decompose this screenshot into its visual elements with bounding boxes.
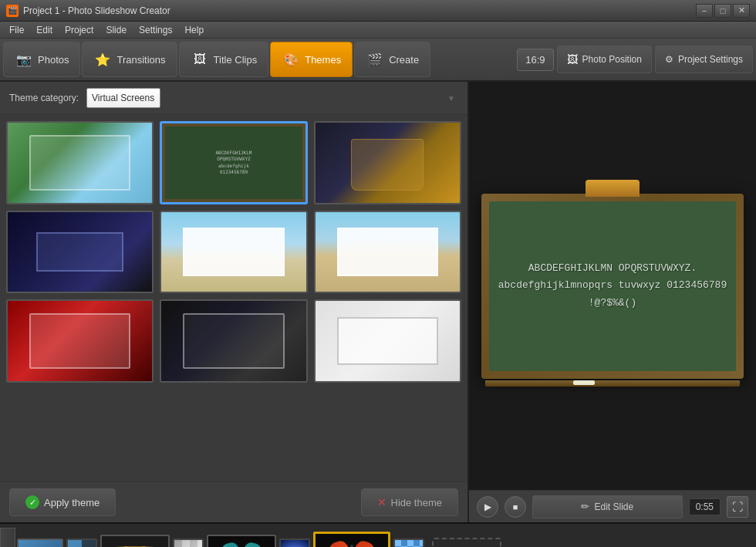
toolbar: 📷 Photos ⭐ Transitions 🖼 Title Clips 🎨 T…: [0, 39, 756, 82]
window-title: Project 1 - Photo Slideshow Creator: [23, 5, 170, 16]
restore-button[interactable]: □: [714, 4, 731, 18]
tab-themes-label: Themes: [305, 54, 341, 66]
photos-icon: 📷: [15, 50, 33, 69]
edit-slide-button[interactable]: ✏ Edit Slide: [532, 495, 683, 518]
theme-item-9[interactable]: [314, 299, 461, 383]
gear-icon: ⚙: [665, 54, 673, 65]
add-photo-button[interactable]: 🖼 Add Photo: [432, 538, 501, 548]
menu-slide[interactable]: Slide: [100, 23, 133, 37]
timeline-nav-left[interactable]: ◀: [0, 528, 15, 547]
tab-create-label: Create: [389, 54, 419, 66]
tab-create[interactable]: 🎬 Create: [354, 42, 430, 77]
fullscreen-button[interactable]: ⛶: [727, 496, 748, 518]
category-select-wrapper: Virtual Screens Nature Business ▼: [86, 88, 458, 108]
theme-item-3[interactable]: [314, 121, 461, 204]
photo-position-button[interactable]: 🖼 Photo Position: [557, 46, 652, 73]
tab-titleclips-label: Title Clips: [214, 54, 258, 66]
right-panel: ABCDEFGHIJKLMN OPQRSTUVWXYZ. abcdefghijk…: [469, 82, 756, 522]
left-panel: Theme category: Virtual Screens Nature B…: [0, 82, 469, 522]
main-content: Theme category: Virtual Screens Nature B…: [0, 82, 756, 522]
apply-theme-button[interactable]: ✓ Apply theme: [9, 488, 116, 516]
theme-item-1[interactable]: [6, 121, 154, 204]
category-row: Theme category: Virtual Screens Nature B…: [0, 82, 467, 115]
edit-slide-label: Edit Slide: [594, 501, 633, 512]
tab-titleclips[interactable]: 🖼 Title Clips: [179, 42, 269, 77]
close-button[interactable]: ✕: [733, 4, 750, 18]
preview-area: ABCDEFGHIJKLMN OPQRSTUVWXYZ. abcdefghijk…: [469, 82, 756, 490]
theme-item-8[interactable]: [160, 299, 307, 383]
theme-item-6[interactable]: [314, 211, 461, 294]
window-controls[interactable]: − □ ✕: [696, 4, 750, 18]
menu-bar: File Edit Project Slide Settings Help: [0, 22, 756, 39]
x-icon: ✕: [377, 496, 386, 508]
category-select[interactable]: Virtual Screens Nature Business: [86, 88, 160, 108]
apply-theme-label: Apply theme: [44, 497, 100, 508]
theme-item-7[interactable]: [6, 299, 154, 383]
tab-themes[interactable]: 🎨 Themes: [270, 42, 353, 77]
title-bar-left: 🎬 Project 1 - Photo Slideshow Creator: [6, 5, 170, 17]
tab-transitions[interactable]: ⭐ Transitions: [82, 42, 177, 77]
right-toolbar: 16:9 🖼 Photo Position ⚙ Project Settings: [517, 46, 753, 73]
themes-grid: ABCDEFGHIJKLMOPQRSTUVWXYZabcdefghijk0123…: [6, 121, 461, 383]
photo-position-label: Photo Position: [582, 54, 642, 65]
aspect-ratio-badge: 16:9: [517, 49, 553, 71]
chalk-text-display: ABCDEFGHIJKLMN OPQRSTUVWXYZ. abcdefghijk…: [489, 260, 736, 311]
chevron-down-icon: ▼: [447, 94, 455, 103]
transitions-icon: ⭐: [93, 50, 112, 69]
themes-grid-container[interactable]: ABCDEFGHIJKLMOPQRSTUVWXYZabcdefghijk0123…: [0, 115, 467, 481]
hide-theme-button[interactable]: ✕ Hide theme: [361, 488, 458, 516]
theme-item-2[interactable]: ABCDEFGHIJKLMOPQRSTUVWXYZabcdefghijk0123…: [160, 121, 307, 204]
hide-theme-label: Hide theme: [391, 497, 442, 508]
create-icon: 🎬: [366, 50, 384, 69]
tab-photos-label: Photos: [38, 54, 69, 66]
checkmark-icon: ✓: [25, 495, 39, 509]
minimize-button[interactable]: −: [696, 4, 713, 18]
theme-item-5[interactable]: [160, 211, 307, 294]
app-icon: 🎬: [6, 5, 19, 17]
time-code: 0:55: [689, 498, 721, 515]
menu-edit[interactable]: Edit: [30, 23, 59, 37]
timeline-scroll[interactable]: ◀ 3.0 2.0: [0, 524, 756, 547]
theme-item-4[interactable]: [6, 211, 154, 294]
project-settings-button[interactable]: ⚙ Project Settings: [655, 46, 753, 73]
timeline-area: ◀ 3.0 2.0: [0, 522, 756, 547]
menu-help[interactable]: Help: [178, 23, 210, 37]
menu-file[interactable]: File: [3, 23, 30, 37]
category-label: Theme category:: [9, 93, 79, 103]
photo-position-icon: 🖼: [567, 53, 578, 66]
play-button[interactable]: ▶: [477, 496, 498, 518]
project-settings-label: Project Settings: [678, 54, 743, 65]
playback-row: ▶ ■ ✏ Edit Slide 0:55 ⛶: [469, 490, 756, 522]
stop-button[interactable]: ■: [505, 496, 526, 518]
pencil-icon: ✏: [581, 501, 589, 512]
tab-transitions-label: Transitions: [116, 54, 165, 66]
menu-project[interactable]: Project: [59, 23, 100, 37]
action-row: ✓ Apply theme ✕ Hide theme: [0, 481, 467, 522]
themes-icon: 🎨: [282, 50, 300, 69]
title-bar: 🎬 Project 1 - Photo Slideshow Creator − …: [0, 0, 756, 22]
menu-settings[interactable]: Settings: [133, 23, 178, 37]
titleclips-icon: 🖼: [191, 50, 209, 69]
tab-photos[interactable]: 📷 Photos: [3, 42, 80, 77]
